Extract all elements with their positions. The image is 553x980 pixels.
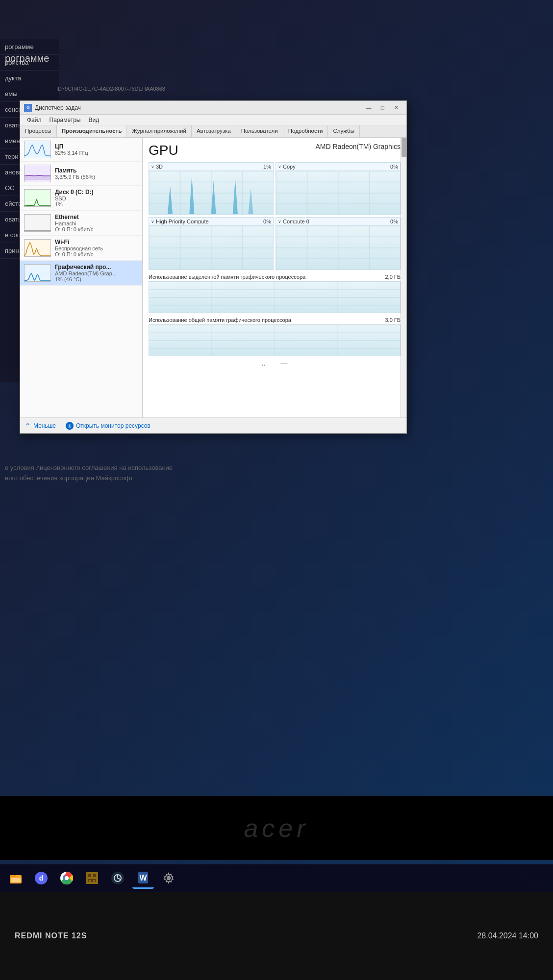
- dedicated-memory-section: Использование выделенной памяти графичес…: [149, 274, 401, 313]
- tab-services[interactable]: Службы: [328, 125, 360, 137]
- memory-info: Память 3,3/5,9 ГБ (56%): [55, 167, 138, 180]
- acer-area: acer: [0, 796, 553, 860]
- wifi-mini-chart: [24, 239, 51, 257]
- gpu-process-name: Графический про...: [55, 264, 138, 270]
- process-memory[interactable]: Память 3,3/5,9 ГБ (56%): [20, 162, 142, 186]
- chart-3d-value: 1%: [263, 164, 271, 170]
- taskbar-chrome[interactable]: [56, 867, 77, 889]
- svg-point-55: [65, 876, 69, 880]
- tabs-bar: Процессы Производительность Журнал прило…: [20, 125, 406, 138]
- shared-memory-section: Использование общей памяти графического …: [149, 317, 401, 356]
- less-button[interactable]: ⌃ Меньше: [25, 422, 56, 430]
- taskbar-file-explorer[interactable]: [5, 867, 26, 889]
- gpu-title: GPU: [149, 143, 178, 158]
- chart-compute0-label-row: ∨ Compute 0 0%: [276, 218, 400, 225]
- scrollbar[interactable]: [401, 138, 406, 417]
- menu-item-produkt[interactable]: дукта: [0, 71, 59, 86]
- chevron-copy-icon: ∨: [278, 164, 281, 169]
- about-program-title: рограмме: [5, 53, 49, 64]
- ethernet-mini-chart: [24, 214, 51, 232]
- dedicated-memory-label: Использование выделенной памяти графичес…: [149, 274, 305, 280]
- window-controls: — □ ✕: [362, 103, 402, 113]
- svg-text:W: W: [139, 874, 147, 882]
- svg-marker-14: [189, 176, 194, 214]
- taskbar-discord[interactable]: d: [30, 867, 52, 889]
- tab-details[interactable]: Подробности: [283, 125, 328, 137]
- taskbar-word[interactable]: W: [132, 867, 154, 889]
- open-monitor-button[interactable]: ◎ Открыть монитор ресурсов: [66, 422, 151, 430]
- tab-users[interactable]: Пользователи: [236, 125, 283, 137]
- dedicated-memory-value: 2,0 ГБ: [385, 274, 401, 280]
- license-line1: е условия лицензионного соглашения на ис…: [5, 463, 240, 473]
- svg-rect-5: [25, 240, 51, 257]
- wifi-info: Wi-Fi Беспроводная сетьО: 0 П: 0 кбит/с: [55, 239, 138, 257]
- svg-rect-4: [25, 215, 51, 232]
- charts-grid: ∨ 3D 1%: [149, 162, 401, 270]
- phone-datetime: 28.04.2024 14:00: [477, 931, 538, 940]
- process-gpu[interactable]: Графический про... AMD Radeon(TM) Grap..…: [20, 261, 142, 286]
- ethernet-name: Ethernet: [55, 214, 138, 220]
- tab-app-history[interactable]: Журнал приложений: [127, 125, 192, 137]
- tab-startup[interactable]: Автозагрузка: [192, 125, 236, 137]
- minimize-button[interactable]: —: [362, 103, 375, 113]
- desktop-content: рограмме ройства дукта емы сенсор овать …: [0, 0, 553, 980]
- scroll-thumb[interactable]: [402, 138, 406, 157]
- chart-3d: ∨ 3D 1%: [149, 162, 274, 215]
- svg-rect-49: [10, 875, 16, 877]
- close-button[interactable]: ✕: [390, 103, 402, 113]
- shared-memory-value: 3,0 ГБ: [385, 317, 401, 323]
- license-line2: ного обеспечения корпорации Майкрософт: [5, 473, 240, 484]
- chart-hpc-area: [149, 225, 273, 270]
- process-wifi[interactable]: Wi-Fi Беспроводная сетьО: 0 П: 0 кбит/с: [20, 236, 142, 261]
- cpu-info: ЦП 82% 3,14 ГГц: [55, 143, 138, 156]
- less-label: Меньше: [33, 422, 56, 429]
- gpu-process-info: Графический про... AMD Radeon(TM) Grap..…: [55, 264, 138, 282]
- chart-hpc-label: ∨ High Priority Compute: [151, 219, 209, 224]
- chart-compute0: ∨ Compute 0 0%: [276, 217, 401, 270]
- task-manager-window: ⚙ Диспетчер задач — □ ✕ Файл Параметры В…: [20, 100, 407, 434]
- dedicated-memory-label-row: Использование выделенной памяти графичес…: [149, 274, 401, 280]
- menu-item-sistemy[interactable]: емы: [0, 86, 59, 102]
- main-content: ЦП 82% 3,14 ГГц Память: [20, 138, 406, 417]
- chart-hpc-label-row: ∨ High Priority Compute 0%: [149, 218, 273, 225]
- gpu-header: GPU AMD Radeon(TM) Graphics: [149, 143, 401, 158]
- bottom-bar: ⌃ Меньше ◎ Открыть монитор ресурсов: [20, 417, 406, 433]
- process-cpu[interactable]: ЦП 82% 3,14 ГГц: [20, 138, 142, 162]
- memory-detail: 3,3/5,9 ГБ (56%): [55, 174, 138, 180]
- disk-info: Диск 0 (C: D:) SSD1%: [55, 189, 138, 207]
- ethernet-detail: HamachiО: 0 П: 0 кбит/с: [55, 220, 138, 232]
- title-bar-text: Диспетчер задач: [35, 104, 362, 111]
- ethernet-info: Ethernet HamachiО: 0 П: 0 кбит/с: [55, 214, 138, 232]
- menu-bar: Файл Параметры Вид: [20, 115, 406, 125]
- process-disk[interactable]: Диск 0 (C: D:) SSD1%: [20, 186, 142, 211]
- phone-info-bar: REDMI NOTE 12S 28.04.2024 14:00: [0, 892, 553, 980]
- menu-view[interactable]: Вид: [84, 116, 103, 124]
- svg-rect-60: [89, 880, 91, 882]
- svg-marker-13: [168, 186, 173, 214]
- maximize-button[interactable]: □: [376, 103, 389, 113]
- chart-hpc-text: High Priority Compute: [156, 219, 209, 224]
- chart-compute0-value: 0%: [390, 219, 398, 224]
- chart-hpc-value: 0%: [263, 219, 271, 224]
- tab-performance[interactable]: Производительность: [57, 125, 127, 137]
- title-bar: ⚙ Диспетчер задач — □ ✕: [20, 101, 406, 115]
- disk-detail: SSD1%: [55, 196, 138, 207]
- memory-mini-chart: [24, 165, 51, 182]
- svg-point-67: [167, 877, 170, 880]
- menu-params[interactable]: Параметры: [46, 116, 85, 124]
- chart-3d-label-row: ∨ 3D 1%: [149, 163, 273, 171]
- memory-name: Память: [55, 167, 138, 174]
- chart-compute0-label: ∨ Compute 0: [278, 219, 309, 224]
- taskbar-minecraft[interactable]: [81, 867, 103, 889]
- chart-compute0-text: Compute 0: [283, 219, 309, 224]
- svg-rect-50: [11, 878, 21, 882]
- task-manager-icon: ⚙: [24, 104, 32, 112]
- taskbar-settings[interactable]: [158, 867, 179, 889]
- taskbar-steam[interactable]: [107, 867, 128, 889]
- tab-processes[interactable]: Процессы: [20, 125, 57, 137]
- menu-file[interactable]: Файл: [23, 116, 46, 124]
- chart-3d-text: 3D: [156, 164, 163, 170]
- gpu-card-name: AMD Radeon(TM) Graphics: [316, 143, 401, 150]
- chart-3d-label: ∨ 3D: [151, 164, 163, 170]
- process-ethernet[interactable]: Ethernet HamachiО: 0 П: 0 кбит/с: [20, 211, 142, 236]
